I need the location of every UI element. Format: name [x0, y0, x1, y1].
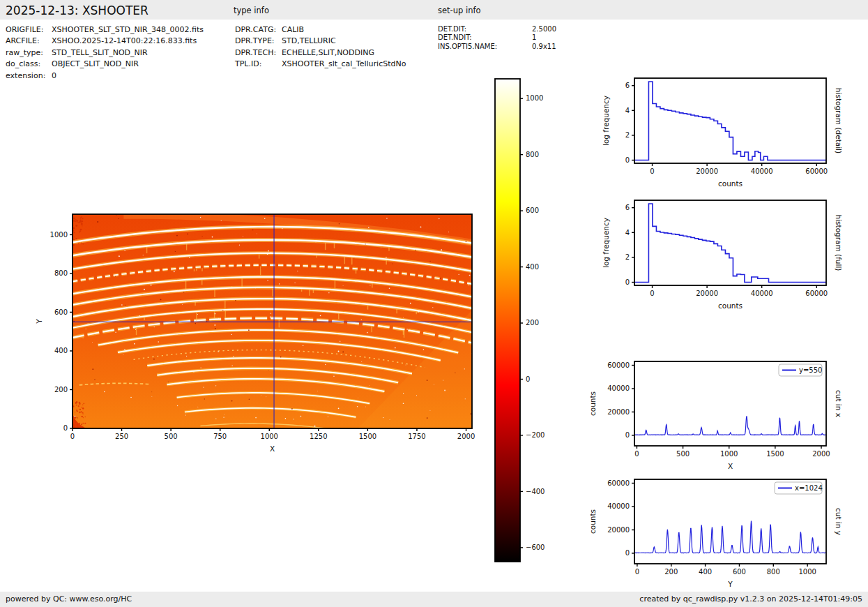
svg-text:−200: −200 [526, 431, 545, 439]
svg-text:X: X [270, 444, 275, 453]
svg-text:counts: counts [588, 509, 597, 534]
svg-text:60000: 60000 [805, 290, 828, 297]
svg-text:0: 0 [625, 431, 630, 439]
svg-text:4: 4 [625, 107, 630, 114]
svg-text:600: 600 [526, 207, 539, 214]
plots-area: 0250500750100012501500175020000200400600… [0, 0, 868, 607]
svg-text:0: 0 [650, 167, 654, 175]
svg-text:2: 2 [625, 253, 630, 261]
svg-text:200: 200 [526, 319, 539, 327]
svg-text:0: 0 [625, 278, 630, 286]
legend: y=550 [779, 364, 822, 376]
svg-text:cut in y: cut in y [835, 508, 843, 535]
svg-text:histogram (full): histogram (full) [835, 215, 843, 271]
svg-text:1500: 1500 [359, 433, 376, 440]
svg-text:40000: 40000 [751, 290, 773, 297]
svg-text:500: 500 [165, 433, 178, 440]
svg-text:40000: 40000 [607, 502, 630, 510]
svg-text:800: 800 [54, 269, 68, 277]
svg-text:1000: 1000 [526, 94, 543, 102]
svg-text:2: 2 [625, 131, 630, 139]
histogram-detail-plot: 02000040000600000246countslog frequencyh… [634, 78, 826, 163]
svg-text:counts: counts [718, 179, 743, 188]
svg-text:0: 0 [634, 450, 639, 458]
svg-text:400: 400 [526, 263, 539, 271]
svg-text:x=1024: x=1024 [795, 484, 823, 492]
svg-text:400: 400 [54, 347, 68, 354]
svg-text:0: 0 [650, 290, 654, 297]
svg-text:800: 800 [526, 151, 539, 158]
svg-text:X: X [728, 462, 733, 470]
svg-text:1500: 1500 [766, 450, 784, 458]
svg-text:6: 6 [625, 204, 630, 211]
echelle-image [72, 214, 472, 430]
svg-text:20000: 20000 [607, 526, 630, 534]
svg-text:500: 500 [676, 450, 690, 458]
svg-text:400: 400 [699, 568, 712, 576]
svg-text:y=550: y=550 [799, 366, 822, 374]
svg-text:20000: 20000 [696, 167, 718, 175]
svg-text:counts: counts [588, 391, 597, 416]
svg-text:1250: 1250 [310, 433, 327, 440]
main-image-plot: 0250500750100012501500175020000200400600… [73, 214, 472, 428]
svg-text:1750: 1750 [408, 433, 425, 440]
svg-text:0: 0 [625, 156, 630, 164]
svg-text:200: 200 [664, 568, 678, 576]
svg-text:40000: 40000 [607, 384, 630, 392]
svg-text:60000: 60000 [805, 167, 828, 175]
svg-text:2000: 2000 [812, 450, 830, 458]
svg-text:0: 0 [63, 424, 68, 432]
svg-text:600: 600 [54, 308, 68, 316]
svg-text:1000: 1000 [720, 450, 738, 458]
svg-text:histogram (detail): histogram (detail) [835, 88, 843, 153]
svg-text:counts: counts [718, 301, 743, 310]
svg-text:60000: 60000 [607, 479, 630, 487]
svg-text:Y: Y [727, 580, 733, 588]
svg-text:200: 200 [54, 386, 68, 394]
cut-in-x-plot: 05001000150020000200004000060000Xcountsc… [634, 361, 826, 446]
svg-text:20000: 20000 [607, 408, 630, 416]
svg-text:60000: 60000 [607, 361, 630, 369]
svg-text:1000: 1000 [798, 568, 816, 576]
svg-text:cut in x: cut in x [835, 390, 843, 417]
svg-text:1000: 1000 [50, 231, 68, 239]
svg-text:2000: 2000 [457, 433, 475, 440]
svg-text:−400: −400 [526, 488, 545, 495]
svg-text:0: 0 [70, 433, 75, 440]
cut-in-y-plot: 020040060080010000200004000060000Ycounts… [634, 479, 826, 564]
histogram-full-plot: 02000040000600000246countslog frequencyh… [634, 200, 826, 285]
svg-text:600: 600 [733, 568, 746, 576]
svg-text:Y: Y [35, 319, 43, 324]
svg-text:0: 0 [526, 375, 530, 383]
svg-text:4: 4 [625, 229, 630, 237]
svg-text:250: 250 [115, 433, 128, 440]
svg-text:20000: 20000 [696, 290, 718, 297]
footer-credit-right: created by qc_rawdisp.py v1.2.3 on 2025-… [639, 594, 862, 604]
footer-credit-left: powered by QC: www.eso.org/HC [6, 594, 132, 604]
svg-text:−600: −600 [526, 544, 545, 551]
svg-text:0: 0 [635, 568, 639, 576]
colorbar: 10008006004002000−200−400−600 [495, 79, 520, 562]
svg-text:0: 0 [625, 549, 630, 557]
svg-text:6: 6 [625, 82, 630, 89]
svg-text:1000: 1000 [261, 433, 278, 440]
svg-text:log frequency: log frequency [602, 218, 610, 268]
qc-report-page: 2025-12-13: XSHOOTER type info set-up in… [0, 0, 868, 607]
legend: x=1024 [775, 482, 823, 494]
svg-text:800: 800 [767, 568, 780, 576]
svg-text:log frequency: log frequency [602, 96, 610, 146]
svg-text:750: 750 [213, 433, 227, 440]
svg-text:40000: 40000 [751, 167, 773, 175]
